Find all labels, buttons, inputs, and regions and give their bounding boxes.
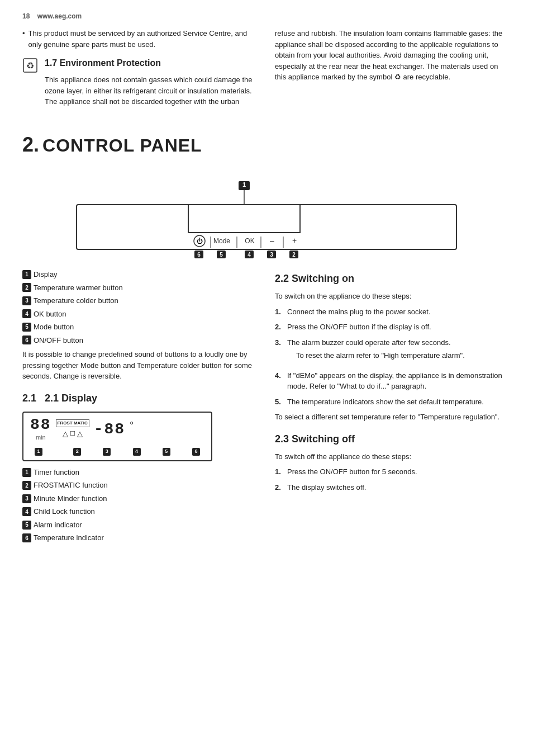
disp-legend-1: 1 Timer function xyxy=(22,467,258,478)
seg-sub-1: min xyxy=(36,433,46,442)
switching-off-steps: 1. Press the ON/OFF button for 5 seconds… xyxy=(275,466,511,493)
badge-5: 5 xyxy=(22,323,31,332)
legend-label-1: Display xyxy=(34,269,58,280)
display-inner: 88 min FROST MATIC △ ☐ △ xyxy=(30,417,204,442)
disp-legend-6: 6 Temperature indicator xyxy=(22,532,258,544)
svg-text:6: 6 xyxy=(197,252,201,258)
step-1: 1. Connect the mains plug to the power s… xyxy=(275,306,511,318)
env-body: This appliance does not contain gasses w… xyxy=(45,75,252,106)
switching-on-heading: 2.2 Switching on xyxy=(275,271,511,286)
step-1-text: Connect the mains plug to the power sock… xyxy=(287,306,431,318)
disp-num-3: 3 xyxy=(103,446,113,456)
switching-off-intro: To switch off the appliance do these ste… xyxy=(275,451,511,462)
step-2-text: Press the ON/OFF button if the display i… xyxy=(287,322,431,333)
switching-on-outro: To select a different set temperature re… xyxy=(275,412,511,423)
svg-rect-3 xyxy=(188,205,300,233)
badge-1: 1 xyxy=(22,270,31,279)
step-4-text: If "dEMo" appears on the display, the ap… xyxy=(287,370,511,392)
disp-num-4: 4 xyxy=(133,446,143,456)
disp-legend-label-2: FROSTMATIC function xyxy=(34,480,108,491)
switching-on-intro: To switch on the appliance do these step… xyxy=(275,291,511,302)
step-5: 5. The temperature indicators show the s… xyxy=(275,396,511,408)
disp-legend-2: 2 FROSTMATIC function xyxy=(22,480,258,491)
disp-legend-label-5: Alarm indicator xyxy=(34,519,82,531)
legend-item-4: 4 OK button xyxy=(22,309,258,320)
badge-4: 4 xyxy=(22,309,31,318)
switching-on-steps: 1. Connect the mains plug to the power s… xyxy=(275,306,511,408)
disp-num-1: 1 xyxy=(35,446,45,456)
disp-num-6: 6 xyxy=(192,446,202,456)
legend-label-3: Temperature colder button xyxy=(34,295,118,306)
step-3-text: The alarm buzzer could operate after few… xyxy=(287,338,451,347)
svg-text:♻: ♻ xyxy=(26,61,34,70)
disp-legend-label-6: Temperature indicator xyxy=(34,532,104,544)
control-panel-diagram: 1 ⏻ Mode OK – + 6 5 4 3 2 xyxy=(43,177,490,270)
panel-extra-text: It is possible to change predefined soun… xyxy=(22,349,258,382)
legend-item-5: 5 Mode button xyxy=(22,322,258,333)
legend-item-1: 1 Display xyxy=(22,269,258,280)
panel-legend: 1 Display 2 Temperature warmer button 3 … xyxy=(22,269,258,346)
chapter-title: CONTROL PANEL xyxy=(42,132,202,159)
off-step-1-text: Press the ON/OFF button for 5 seconds. xyxy=(287,466,417,478)
right-column: 2.2 Switching on To switch on the applia… xyxy=(275,269,511,546)
display-title: 2.1 Display xyxy=(45,393,97,404)
svg-text:OK: OK xyxy=(245,237,254,245)
legend-label-4: OK button xyxy=(34,309,66,320)
disp-num-2: 2 xyxy=(73,446,83,456)
display-legend: 1 Timer function 2 FROSTMATIC function 3… xyxy=(22,467,258,544)
chapter-num: 2. xyxy=(22,130,39,160)
svg-text:⏻: ⏻ xyxy=(197,238,203,244)
svg-text:Mode: Mode xyxy=(213,237,230,245)
env-text: 1.7 Environment Protection This applianc… xyxy=(45,56,258,107)
disp-num-5: 5 xyxy=(163,446,173,456)
disp-legend-4: 4 Child Lock function xyxy=(22,506,258,517)
legend-item-2: 2 Temperature warmer button xyxy=(22,282,258,294)
svg-text:+: + xyxy=(292,236,297,245)
disp-legend-label-4: Child Lock function xyxy=(34,506,95,517)
display-diagram: 88 min FROST MATIC △ ☐ △ xyxy=(22,412,212,461)
display-num: 2.1 xyxy=(22,393,36,404)
website: www.aeg.com xyxy=(37,12,82,20)
intro-left: • This product must be serviced by an au… xyxy=(22,28,258,107)
step-3: 3. The alarm buzzer could operate after … xyxy=(275,337,511,366)
svg-text:4: 4 xyxy=(248,252,251,258)
badge-2: 2 xyxy=(22,283,31,292)
svg-text:3: 3 xyxy=(270,252,273,258)
seg-display-2: -88 xyxy=(94,422,125,437)
intro-right: refuse and rubbish. The insulation foam … xyxy=(275,28,511,107)
svg-text:1: 1 xyxy=(242,181,246,188)
bullet-item: • This product must be serviced by an au… xyxy=(22,28,258,50)
env-heading: 1.7 Environment Protection xyxy=(45,56,258,70)
off-step-1: 1. Press the ON/OFF button for 5 seconds… xyxy=(275,466,511,478)
step-4: 4. If "dEMo" appears on the display, the… xyxy=(275,370,511,392)
page-number: 18 xyxy=(22,12,30,20)
step-5-text: The temperature indicators show the set … xyxy=(287,396,484,408)
switching-on-title: 2.2 Switching on xyxy=(275,273,354,284)
main-content: 1 Display 2 Temperature warmer button 3 … xyxy=(22,269,511,546)
switching-off-heading: 2.3 Switching off xyxy=(275,432,511,447)
disp-legend-label-1: Timer function xyxy=(34,467,79,478)
legend-label-5: Mode button xyxy=(34,322,74,333)
bullet-text: This product must be serviced by an auth… xyxy=(28,28,258,50)
svg-text:–: – xyxy=(270,236,274,245)
legend-item-3: 3 Temperature colder button xyxy=(22,295,258,306)
left-column: 1 Display 2 Temperature warmer button 3 … xyxy=(22,269,258,546)
off-step-2-text: The display switches off. xyxy=(287,482,366,493)
bullet-dot: • xyxy=(22,28,25,50)
display-numbers-row: 1 2 3 4 5 6 xyxy=(30,444,209,456)
badge-3: 3 xyxy=(22,296,31,305)
panel-svg: 1 ⏻ Mode OK – + 6 5 4 3 2 xyxy=(43,177,490,266)
legend-label-6: ON/OFF button xyxy=(34,335,83,346)
intro-right-text: refuse and rubbish. The insulation foam … xyxy=(275,28,511,83)
badge-6: 6 xyxy=(22,336,31,344)
disp-legend-label-3: Minute Minder function xyxy=(34,493,107,504)
env-section: ♻ 1.7 Environment Protection This applia… xyxy=(22,56,258,107)
off-step-2: 2. The display switches off. xyxy=(275,482,511,493)
recycling-icon: ♻ xyxy=(22,58,38,73)
legend-item-6: 6 ON/OFF button xyxy=(22,335,258,346)
svg-text:2: 2 xyxy=(292,252,296,258)
seg-display-1: 88 xyxy=(30,417,51,433)
header: 18 www.aeg.com xyxy=(22,11,511,21)
step-3-sub: To reset the alarm refer to "High temper… xyxy=(296,350,465,361)
legend-label-2: Temperature warmer button xyxy=(34,282,123,294)
